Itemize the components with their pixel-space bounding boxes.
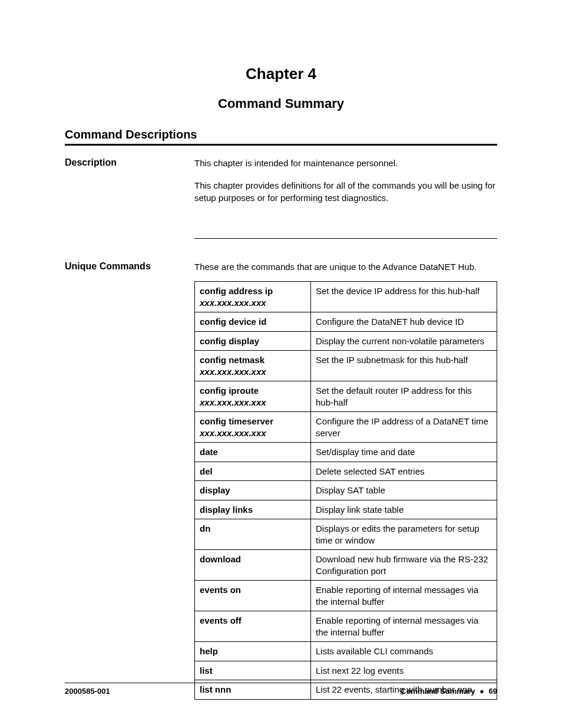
command-cell: dn (195, 519, 311, 550)
description-cell: Lists available CLI commands (311, 642, 497, 661)
command-cell: list (195, 661, 311, 680)
description-content: This chapter is intended for maintenance… (194, 157, 497, 215)
description-cell: Download new hub firmware via the RS-232… (311, 550, 497, 581)
unique-commands-label: Unique Commands (65, 261, 194, 700)
command-cell: config device id (195, 312, 311, 332)
description-cell: Set/display time and date (311, 443, 497, 462)
command-cell: events off (195, 611, 311, 642)
description-p2: This chapter provides definitions for al… (194, 180, 497, 204)
description-cell: List next 22 log events (311, 661, 497, 680)
footer-page: 69 (489, 687, 497, 696)
command-cell: config timeserverxxx.xxx.xxx.xxx (195, 412, 311, 443)
table-row: events offEnable reporting of internal m… (195, 611, 497, 642)
footer-bullet: ● (477, 687, 487, 696)
unique-separator-block (65, 226, 497, 249)
table-row: dateSet/display time and date (195, 443, 497, 462)
commands-table: config address ipxxx.xxx.xxx.xxxSet the … (194, 281, 497, 700)
table-row: listList next 22 log events (195, 661, 497, 680)
unique-commands-block: Unique Commands These are the commands t… (65, 261, 497, 700)
chapter-title: Command Summary (65, 96, 497, 111)
table-row: config address ipxxx.xxx.xxx.xxxSet the … (195, 282, 497, 312)
table-row: config iproutexxx.xxx.xxx.xxxSet the def… (195, 381, 497, 412)
description-cell: Configure the IP address of a DataNET ti… (311, 412, 497, 443)
table-row: displayDisplay SAT table (195, 481, 497, 500)
description-block: Description This chapter is intended for… (65, 157, 497, 215)
content-rule (194, 238, 497, 239)
chapter-number: Chapter 4 (65, 65, 497, 83)
command-cell: config display (195, 331, 311, 351)
command-cell: help (195, 642, 311, 661)
description-cell: Display the current non-volatile paramet… (311, 331, 497, 351)
unique-commands-intro: These are the commands that are unique t… (194, 261, 497, 273)
command-cell: del (195, 462, 311, 481)
footer-section: Command Summary (401, 687, 475, 696)
description-cell: Configure the DataNET hub device ID (311, 312, 497, 332)
table-row: display linksDisplay link state table (195, 500, 497, 519)
description-cell: Delete selected SAT entries (311, 462, 497, 481)
command-cell: config netmaskxxx.xxx.xxx.xxx (195, 351, 311, 381)
table-row: config displayDisplay the current non-vo… (195, 331, 497, 351)
section-rule (65, 144, 497, 146)
command-cell: config iproutexxx.xxx.xxx.xxx (195, 381, 311, 412)
table-row: events onEnable reporting of internal me… (195, 581, 497, 611)
unique-commands-content: These are the commands that are unique t… (194, 261, 497, 700)
page-footer: 2000585-001 Command Summary ● 69 (65, 683, 497, 696)
description-p1: This chapter is intended for maintenance… (194, 157, 497, 169)
table-row: downloadDownload new hub firmware via th… (195, 550, 497, 581)
description-cell: Display link state table (311, 500, 497, 519)
description-cell: Enable reporting of internal messages vi… (311, 611, 497, 642)
description-cell: Displays or edits the parameters for set… (311, 519, 497, 550)
description-cell: Enable reporting of internal messages vi… (311, 581, 497, 611)
table-row: config timeserverxxx.xxx.xxx.xxxConfigur… (195, 412, 497, 443)
command-cell: config address ipxxx.xxx.xxx.xxx (195, 282, 311, 312)
command-cell: display (195, 481, 311, 500)
section-heading: Command Descriptions (65, 128, 497, 141)
command-cell: display links (195, 500, 311, 519)
table-row: config device idConfigure the DataNET hu… (195, 312, 497, 332)
table-row: config netmaskxxx.xxx.xxx.xxxSet the IP … (195, 351, 497, 381)
command-cell: date (195, 443, 311, 462)
description-cell: Display SAT table (311, 481, 497, 500)
command-cell: events on (195, 581, 311, 611)
description-cell: Set the device IP address for this hub-h… (311, 282, 497, 312)
description-cell: Set the IP subnetmask for this hub-half (311, 351, 497, 381)
command-cell: download (195, 550, 311, 581)
table-row: delDelete selected SAT entries (195, 462, 497, 481)
footer-doc-number: 2000585-001 (65, 687, 110, 696)
description-label: Description (65, 157, 194, 215)
description-cell: Set the default router IP address for th… (311, 381, 497, 412)
table-row: helpLists available CLI commands (195, 642, 497, 661)
page: Chapter 4 Command Summary Command Descri… (0, 0, 562, 728)
table-row: dnDisplays or edits the parameters for s… (195, 519, 497, 550)
footer-right: Command Summary ● 69 (401, 687, 497, 696)
